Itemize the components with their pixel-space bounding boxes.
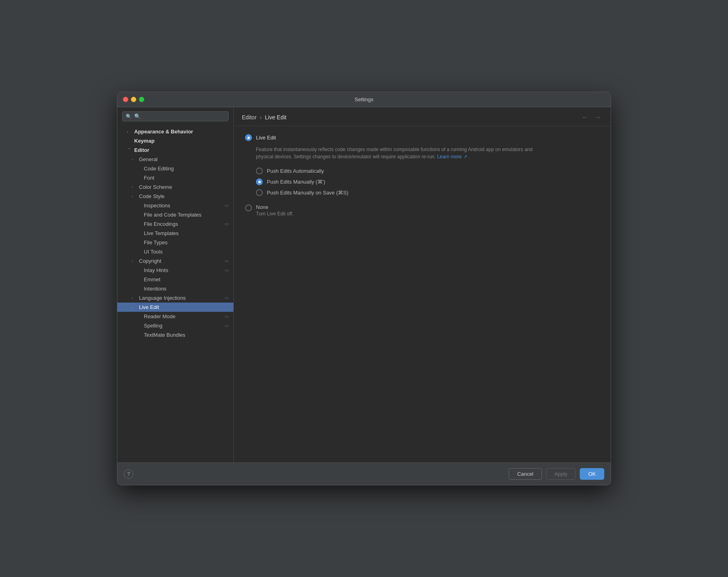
help-button[interactable]: ? xyxy=(124,469,133,479)
traffic-lights xyxy=(123,97,144,102)
sidebar-item-code-style[interactable]: › Code Style xyxy=(117,192,233,201)
sidebar-item-file-encodings[interactable]: › File Encodings ▭ xyxy=(117,219,233,229)
none-label: None xyxy=(256,204,293,210)
maximize-button[interactable] xyxy=(139,97,144,102)
chevron-right-icon: › xyxy=(132,305,137,309)
inspections-badge: ▭ xyxy=(225,203,229,208)
push-manually-radio[interactable] xyxy=(256,178,263,185)
footer: ? Cancel Apply OK xyxy=(117,462,611,485)
push-manually-label: Push Edits Manually (⌘') xyxy=(267,179,325,185)
minimize-button[interactable] xyxy=(131,97,136,102)
breadcrumb-separator: › xyxy=(260,114,262,121)
chevron-down-icon: › xyxy=(127,148,131,153)
sidebar: 🔍 › Appearance & Behavior › Keymap › Edi… xyxy=(117,107,234,462)
settings-window: Settings 🔍 › Appearance & Behavior › Key… xyxy=(117,92,611,485)
apply-button[interactable]: Apply xyxy=(546,468,576,480)
sidebar-item-live-templates[interactable]: › Live Templates xyxy=(117,229,233,238)
push-on-save-label: Push Edits Manually on Save (⌘S) xyxy=(267,190,348,196)
search-box[interactable]: 🔍 xyxy=(122,111,229,121)
sidebar-item-font[interactable]: › Font xyxy=(117,173,233,182)
sidebar-item-intentions[interactable]: › Intentions xyxy=(117,284,233,293)
chevron-right-icon: › xyxy=(132,194,137,198)
sidebar-item-editor[interactable]: › Editor xyxy=(117,145,233,155)
push-auto-label: Push Edits Automatically xyxy=(267,168,324,174)
sidebar-item-emmet[interactable]: › Emmet xyxy=(117,275,233,284)
ok-button[interactable]: OK xyxy=(580,468,604,480)
live-edit-label: Live Edit xyxy=(256,135,276,141)
sidebar-item-appearance[interactable]: › Appearance & Behavior xyxy=(117,127,233,136)
cancel-button[interactable]: Cancel xyxy=(509,468,542,480)
nav-buttons: ← → xyxy=(580,113,603,122)
none-radio[interactable] xyxy=(245,205,252,211)
lang-injections-badge: ▭ xyxy=(225,295,229,301)
sidebar-item-ui-tools[interactable]: › UI Tools xyxy=(117,247,233,256)
sidebar-item-file-code-templates[interactable]: › File and Code Templates xyxy=(117,210,233,219)
breadcrumb-current: Live Edit xyxy=(265,114,286,121)
none-desc: Turn Live Edit off. xyxy=(256,211,293,217)
sidebar-item-spelling[interactable]: › Spelling ▭ xyxy=(117,321,233,330)
sidebar-item-code-editing[interactable]: › Code Editing xyxy=(117,164,233,173)
learn-more-link[interactable]: Learn more ↗ xyxy=(437,154,467,160)
chevron-right-icon: › xyxy=(132,259,137,263)
sidebar-item-file-types[interactable]: › File Types xyxy=(117,238,233,247)
chevron-right-icon: › xyxy=(127,130,132,134)
live-edit-radio[interactable] xyxy=(245,134,252,141)
breadcrumb: Editor › Live Edit xyxy=(242,114,286,121)
inlay-hints-badge: ▭ xyxy=(225,268,229,273)
nav-forward-button[interactable]: → xyxy=(593,113,603,122)
content-header: Editor › Live Edit ← → xyxy=(234,107,611,126)
option-push-auto: Push Edits Automatically xyxy=(256,168,599,174)
copyright-badge: ▭ xyxy=(225,258,229,264)
option-push-manually: Push Edits Manually (⌘') xyxy=(256,178,599,185)
sidebar-item-language-injections[interactable]: › Language Injections ▭ xyxy=(117,293,233,303)
window-title: Settings xyxy=(355,96,374,102)
live-edit-description: Feature that instantaneously reflects co… xyxy=(256,146,537,160)
search-input[interactable] xyxy=(134,113,225,119)
live-edit-section: Live Edit xyxy=(245,134,599,141)
footer-left: ? xyxy=(124,469,133,479)
sidebar-item-live-edit[interactable]: › Live Edit xyxy=(117,303,233,312)
push-auto-radio[interactable] xyxy=(256,168,263,174)
sidebar-item-inspections[interactable]: › Inspections ▭ xyxy=(117,201,233,210)
sidebar-item-reader-mode[interactable]: › Reader Mode ▭ xyxy=(117,312,233,321)
chevron-right-icon: › xyxy=(132,158,137,162)
file-encodings-badge: ▭ xyxy=(225,221,229,227)
search-icon: 🔍 xyxy=(126,114,132,119)
sidebar-items: › Appearance & Behavior › Keymap › Edito… xyxy=(117,125,233,341)
sidebar-item-textmate-bundles[interactable]: › TextMate Bundles xyxy=(117,330,233,340)
chevron-right-icon: › xyxy=(132,185,137,189)
sidebar-item-color-scheme[interactable]: › Color Scheme xyxy=(117,182,233,192)
sidebar-item-copyright[interactable]: › Copyright ▭ xyxy=(117,256,233,266)
titlebar: Settings xyxy=(117,92,611,107)
footer-right: Cancel Apply OK xyxy=(509,468,604,480)
chevron-right-icon: › xyxy=(132,296,137,300)
nav-back-button[interactable]: ← xyxy=(580,113,590,122)
sidebar-item-inlay-hints[interactable]: › Inlay Hints ▭ xyxy=(117,266,233,275)
close-button[interactable] xyxy=(123,97,128,102)
content-body: Live Edit Feature that instantaneously r… xyxy=(234,126,611,462)
sidebar-item-general[interactable]: › General xyxy=(117,155,233,164)
main-content: 🔍 › Appearance & Behavior › Keymap › Edi… xyxy=(117,107,611,462)
option-push-on-save: Push Edits Manually on Save (⌘S) xyxy=(256,189,599,196)
reader-mode-badge: ▭ xyxy=(225,314,229,319)
spelling-badge: ▭ xyxy=(225,323,229,328)
options-group: Push Edits Automatically Push Edits Manu… xyxy=(256,168,599,196)
none-section: None Turn Live Edit off. xyxy=(245,204,599,217)
breadcrumb-parent: Editor xyxy=(242,114,257,121)
sidebar-item-keymap[interactable]: › Keymap xyxy=(117,136,233,145)
none-content: None Turn Live Edit off. xyxy=(256,204,293,217)
push-on-save-radio[interactable] xyxy=(256,189,263,196)
content-area: Editor › Live Edit ← → Live Edit Feature xyxy=(234,107,611,462)
